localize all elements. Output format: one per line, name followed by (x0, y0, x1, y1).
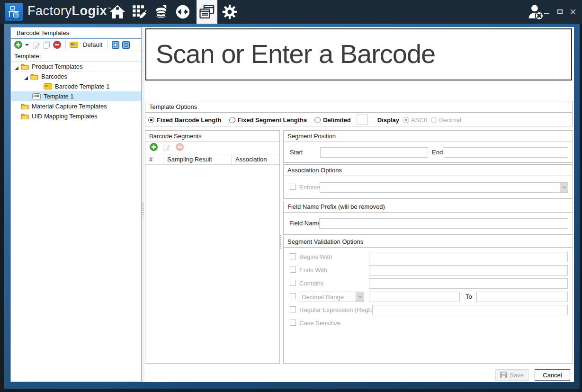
tree-item-label: UID Mapping Templates (32, 113, 98, 120)
default-barcode-icon (70, 42, 78, 48)
delete-segment-icon[interactable] (176, 143, 184, 153)
app-title-bold: Logix (72, 4, 107, 18)
templates-icon[interactable] (197, 0, 217, 24)
range-from-input[interactable] (369, 292, 460, 302)
fixed-barcode-length-radio[interactable] (148, 117, 154, 123)
start-input[interactable] (320, 147, 428, 158)
tree-item-product-templates[interactable]: Product Templates (11, 62, 141, 71)
tree-item-barcodes[interactable]: Barcodes (11, 71, 141, 81)
home-icon[interactable] (107, 0, 128, 24)
template-options-header: Template Options (145, 101, 572, 113)
folder-icon (21, 103, 29, 109)
production-edit-icon[interactable] (129, 0, 150, 24)
barcode-scan-input[interactable]: Scan or Enter a Barcode (145, 28, 572, 80)
sidebar-toolbar: Default (11, 39, 141, 51)
ends-with-label: Ends With (299, 267, 327, 274)
tree-item-label: Template 1 (44, 93, 74, 100)
tree-item-material-capture-templates[interactable]: Material Capture Templates (11, 101, 141, 111)
sync-icon[interactable] (172, 0, 193, 24)
app-logo-icon (5, 3, 23, 21)
delimited-label: Delimited (323, 116, 351, 124)
expand-all-icon[interactable] (112, 41, 119, 49)
ends-with-input[interactable] (369, 265, 568, 276)
user-logout-icon[interactable] (527, 3, 544, 20)
minimize-button[interactable] (543, 9, 550, 15)
segment-validation-header: Segment Validation Options (284, 236, 573, 248)
display-decimal-label: Decimal (439, 116, 461, 124)
regex-checkbox[interactable] (290, 306, 296, 312)
display-label: Display (377, 116, 399, 124)
regex-label: Regular Expression (RegEx): (299, 306, 379, 313)
settings-gear-icon[interactable] (219, 0, 240, 24)
barcode-template-icon (44, 83, 52, 89)
column-sampling-result[interactable]: Sampling Result (163, 154, 232, 164)
regex-input[interactable] (372, 305, 568, 315)
ends-with-checkbox[interactable] (290, 267, 296, 273)
tree-item-uid-mapping-templates[interactable]: UID Mapping Templates (11, 111, 141, 121)
field-name-input[interactable] (319, 218, 568, 229)
content-area: Barcode Templates Default (10, 27, 574, 382)
case-sensitive-label: Case Sensitive (299, 320, 340, 327)
association-options-group: Association Options Enforce (283, 164, 573, 199)
dropdown-chevron-icon[interactable] (560, 183, 568, 192)
contains-input[interactable] (369, 278, 568, 289)
titlebar: FactoryLogix™ (0, 0, 582, 24)
expander-spacer (15, 104, 18, 108)
barcode-scan-prompt: Scan or Enter a Barcode (146, 29, 571, 79)
barcode-segments-header: Barcode Segments (145, 131, 279, 142)
template-options-group: Template Options Fixed Barcode Length Fi… (145, 101, 573, 126)
delimiter-input[interactable] (357, 115, 368, 125)
case-sensitive-checkbox[interactable] (290, 320, 296, 326)
expander-icon[interactable] (15, 64, 18, 68)
folder-icon (21, 113, 29, 119)
cancel-button[interactable]: Cancel (535, 369, 570, 381)
range-checkbox[interactable] (290, 293, 296, 299)
fixed-segment-lengths-radio[interactable] (229, 117, 235, 123)
begins-with-label: Begins With (299, 253, 332, 260)
panel-splitter[interactable] (280, 234, 282, 249)
save-button[interactable]: Save (495, 369, 528, 381)
sidebar-title: Barcode Templates (11, 27, 141, 39)
segment-position-group: Segment Position Start End (283, 130, 573, 163)
splitter-grip-icon (142, 202, 144, 216)
template-label: Template: (11, 51, 141, 62)
delimited-radio[interactable] (314, 117, 321, 123)
column-association[interactable]: Association (232, 154, 279, 164)
display-ascii-radio[interactable] (403, 117, 409, 123)
add-template-icon[interactable] (14, 41, 22, 49)
expander-icon[interactable] (24, 74, 28, 78)
close-button[interactable] (570, 9, 576, 15)
column-number[interactable]: # (145, 154, 163, 164)
begins-with-checkbox[interactable] (290, 253, 296, 259)
materials-database-icon[interactable] (151, 0, 171, 24)
tree-item-label: Barcodes (41, 73, 67, 80)
delete-template-icon[interactable] (53, 41, 61, 49)
collapse-all-icon[interactable] (122, 41, 130, 49)
end-label: End (432, 149, 443, 156)
main-panel: Scan or Enter a Barcode Template Options… (144, 27, 574, 382)
tree-item-barcode-template-1[interactable]: Barcode Template 1 (11, 81, 141, 91)
range-type-dropdown[interactable]: Decimal Range (299, 292, 364, 302)
segments-toolbar (145, 142, 279, 154)
contains-checkbox[interactable] (290, 280, 296, 286)
edit-template-icon[interactable] (33, 41, 40, 49)
segments-table-body (145, 165, 279, 364)
display-decimal-radio[interactable] (431, 117, 437, 123)
add-segment-icon[interactable] (150, 143, 158, 153)
begins-with-input[interactable] (369, 252, 568, 262)
tree-item-template-1-selected[interactable]: Template 1 (11, 91, 141, 101)
edit-segment-icon[interactable] (163, 143, 170, 153)
copy-template-icon[interactable] (43, 41, 50, 49)
cancel-label: Cancel (543, 372, 562, 379)
dropdown-chevron-icon[interactable] (356, 292, 364, 302)
default-label: Default (83, 41, 102, 48)
range-to-input[interactable] (476, 292, 568, 302)
maximize-button[interactable] (556, 9, 563, 15)
association-dropdown[interactable] (320, 182, 568, 193)
app-title: FactoryLogix™ (27, 4, 112, 18)
expander-spacer (15, 114, 18, 118)
enforce-checkbox[interactable] (290, 184, 296, 190)
add-dropdown-caret-icon[interactable] (25, 44, 29, 46)
contains-label: Contains (299, 280, 323, 287)
end-input[interactable] (444, 147, 568, 158)
